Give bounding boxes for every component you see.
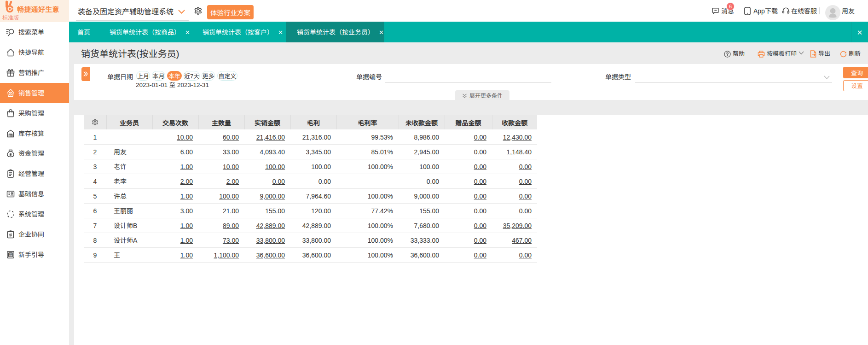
svg-text:新: 新	[9, 252, 12, 257]
